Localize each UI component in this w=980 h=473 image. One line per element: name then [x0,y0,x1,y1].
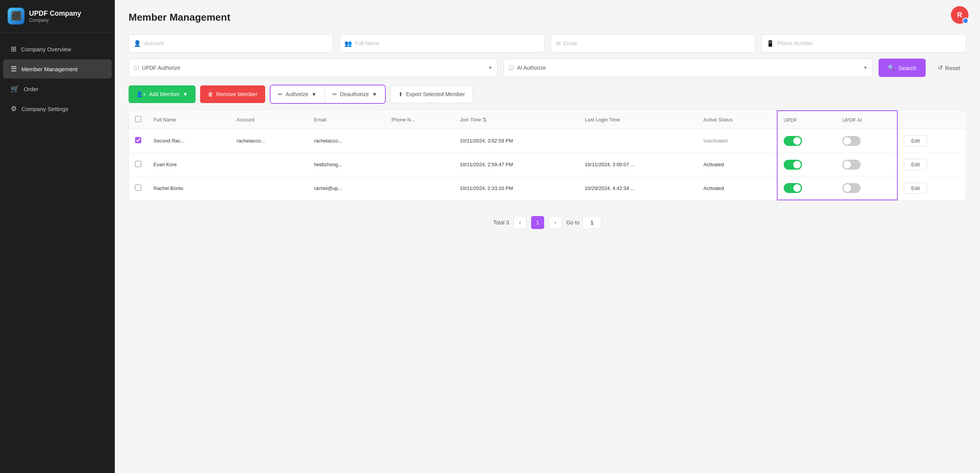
export-button[interactable]: ⬆ Export Selected Member [390,85,473,103]
row2-email: heidizhong... [308,153,386,177]
settings-icon: ⚙ [11,105,17,113]
phone-input[interactable] [777,40,961,46]
row3-updf-toggle-wrap [784,183,830,193]
row3-ai-toggle[interactable] [842,183,861,193]
sidebar-item-order[interactable]: 🛒 Order [3,79,112,98]
pagination-page-1[interactable]: 1 [531,216,544,229]
email-input-wrap: ✉ [551,34,755,52]
row2-full-name: Evan Kore [147,153,230,177]
pagination-goto-wrap: Go to [566,216,602,229]
pagination-page-1-label: 1 [536,219,539,226]
row3-account [230,177,308,200]
page-title: Member Management [129,11,966,23]
fullname-icon: 👥 [344,40,352,47]
row3-ai-toggle-cell [836,177,897,200]
header-active-status: Active Status [697,111,777,129]
sidebar-item-label-company-settings: Company Settings [21,106,68,112]
company-overview-icon: ⊞ [11,45,16,53]
row2-ai-toggle-cell [836,153,897,177]
reset-label: Reset [945,65,960,71]
row3-checkbox-cell [129,177,147,200]
row3-checkbox[interactable] [135,185,141,191]
add-member-button[interactable]: 👤+ Add Member ▼ [129,85,196,103]
email-input[interactable] [564,40,750,46]
updf-chevron-icon: ▼ [488,65,492,70]
header-phone: Phone N... [385,111,454,129]
deauthorize-chevron: ▼ [372,91,377,97]
row1-ai-toggle[interactable] [842,136,861,146]
header-actions [897,111,966,129]
fullname-input[interactable] [355,40,539,46]
row1-updf-toggle[interactable] [784,136,802,146]
row2-edit-button[interactable]: Edit [904,159,927,170]
remove-member-button[interactable]: 🗑 Remove Member [200,85,265,103]
pagination-goto-input[interactable] [582,216,602,229]
sidebar-header: ⬛ UPDF Company Company [0,0,115,33]
header-join-time[interactable]: Join Time ⇅ [454,111,579,129]
header-email: Email [308,111,386,129]
member-management-icon: ☰ [11,65,17,73]
row2-ai-slider [842,160,861,170]
ai-authorize-icon: ☑ [509,64,514,72]
avatar-initials: R [957,11,962,19]
account-icon: 👤 [134,40,141,47]
authorize-button[interactable]: ✏ Authorize ▼ [271,85,325,103]
row3-updf-toggle[interactable] [784,183,802,193]
top-bar: R [951,6,969,24]
row2-phone [385,153,454,177]
ai-authorize-wrap[interactable]: ☑ AI Authorize ▼ [504,59,872,77]
search-button[interactable]: 🔍 Search [879,59,926,77]
updf-logo: ⬛ [8,8,24,25]
row3-email: rachel@up... [308,177,386,200]
sidebar-item-company-settings[interactable]: ⚙ Company Settings [3,99,112,118]
sidebar-item-company-overview[interactable]: ⊞ Company Overview [3,39,112,59]
deauthorize-button[interactable]: ✏ Deauthorize ▼ [325,85,385,103]
row3-join-time: 10/11/2024, 2:33:10 PM [454,177,579,200]
row2-checkbox[interactable] [135,161,141,167]
reset-icon: ↺ [938,64,943,71]
row2-updf-toggle-cell [777,153,837,177]
sidebar-nav: ⊞ Company Overview ☰ Member Management 🛒… [0,33,115,473]
account-input-wrap: 👤 [129,34,333,52]
updf-authorize-select[interactable]: UPDF Authorize [142,65,485,71]
ai-authorize-select[interactable]: AI Authorize [517,65,860,71]
pagination-prev[interactable]: ‹ [514,216,527,229]
row2-account [230,153,308,177]
table-body: Second Rac... rachelacco... rachelacco..… [129,129,966,200]
row3-updf-toggle-cell [777,177,837,200]
table-row: Second Rac... rachelacco... rachelacco..… [129,129,966,153]
updf-authorize-wrap[interactable]: ☑ UPDF Authorize ▼ [129,59,497,77]
row1-phone [385,129,454,153]
reset-button[interactable]: ↺ Reset [932,59,966,77]
row1-edit-button[interactable]: Edit [904,135,927,146]
account-input[interactable] [144,40,328,46]
add-member-chevron: ▼ [183,91,188,97]
avatar-badge [962,18,969,24]
filter-row-1: 👤 👥 ✉ 📱 [129,34,966,52]
sidebar-item-member-management[interactable]: ☰ Member Management [3,59,112,79]
action-bar: 👤+ Add Member ▼ 🗑 Remove Member ✏ Author… [129,85,966,104]
row1-checkbox[interactable] [135,137,141,143]
row1-email: rachelacco... [308,129,386,153]
row3-active-status: Activated [697,177,777,200]
row3-full-name: Rachel Bontu [147,177,230,200]
avatar[interactable]: R [951,6,969,24]
row3-edit-button[interactable]: Edit [904,183,927,194]
authorize-label: Authorize [286,91,308,97]
company-sub: Company [29,18,81,23]
remove-member-label: Remove Member [216,91,257,97]
main-content: Member Management 👤 👥 ✉ 📱 ☑ [115,0,980,247]
row1-updf-toggle-wrap [784,136,830,146]
filter-row-2: ☑ UPDF Authorize ▼ ☑ AI Authorize ▼ 🔍 Se… [129,59,966,77]
row2-updf-toggle[interactable] [784,160,802,170]
ai-chevron-icon: ▼ [863,65,867,70]
company-name: UPDF Company [29,10,81,18]
row2-ai-toggle[interactable] [842,160,861,170]
header-full-name: Full Name [147,111,230,129]
select-all-checkbox[interactable] [135,116,141,122]
row3-phone [385,177,454,200]
pagination-next[interactable]: › [549,216,562,229]
phone-icon: 📱 [766,40,774,47]
row1-join-time: 10/11/2024, 3:02:59 PM [454,129,579,153]
row1-edit-cell: Edit [897,129,966,153]
